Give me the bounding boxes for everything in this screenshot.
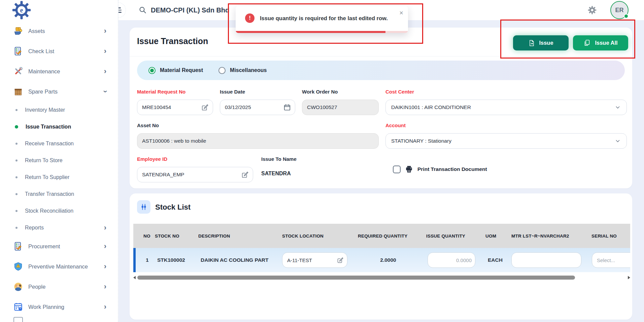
account-select[interactable]: STATIONARY : Stationary <box>385 133 627 149</box>
col-serial-no: SERIAL NO <box>591 224 617 248</box>
sidebar-item-label: Transfer Transaction <box>25 191 106 197</box>
app-root: e Assets › Check List › <box>0 0 644 322</box>
bullet-icon <box>15 210 18 212</box>
issue-quantity-input[interactable] <box>433 257 472 263</box>
issue-date-input[interactable] <box>225 104 281 110</box>
sidebar-item-inventory-master[interactable]: Inventory Master <box>0 102 118 118</box>
sidebar-item-label: Preventive Maintenance <box>28 263 104 270</box>
print-doc-label: Print Transaction Document <box>417 166 487 172</box>
employee-id-input[interactable] <box>142 172 239 178</box>
col-issue-quantity: ISSUE QUANTITY <box>426 224 465 248</box>
toast-message: Issue quantity is required for the last … <box>260 15 388 22</box>
preventive-maintenance-icon <box>13 261 24 272</box>
user-avatar[interactable]: ER <box>610 1 629 19</box>
sidebar-item-transfer-transaction[interactable]: Transfer Transaction <box>0 186 118 203</box>
mtr-lst-field <box>511 252 581 268</box>
edit-icon[interactable] <box>201 104 209 111</box>
sidebar-partial-item-icon <box>13 317 23 322</box>
edit-icon[interactable] <box>337 257 344 263</box>
sidebar-item-preventive-maintenance[interactable]: Preventive Maintenance › <box>0 256 118 277</box>
radio-material-request[interactable]: Material Request <box>148 67 203 74</box>
sidebar-item-label: Procurement <box>28 243 104 250</box>
stock-list-title: Stock List <box>155 203 191 212</box>
page-title: Issue Transaction <box>137 36 208 46</box>
issue-all-button[interactable]: Issue All <box>573 35 628 50</box>
sidebar-item-check-list[interactable]: Check List › <box>0 41 118 61</box>
sidebar-item-assets[interactable]: Assets › <box>0 21 118 41</box>
assets-icon <box>13 26 24 36</box>
col-uom: UOM <box>485 224 496 248</box>
col-stock-location: STOCK LOCATION <box>282 224 324 248</box>
settings-gear-icon[interactable] <box>587 5 597 15</box>
print-doc-row: Print Transaction Document <box>393 165 487 174</box>
account-value: STATIONARY : Stationary <box>391 138 451 144</box>
col-description: DESCRIPTION <box>198 224 230 248</box>
issue-all-copy-icon <box>583 39 591 47</box>
sidebar-item-return-to-store[interactable]: Return To Store <box>0 152 118 169</box>
issue-to-name-label: Issue To Name <box>261 156 297 162</box>
col-no: NO <box>143 224 150 248</box>
bullet-icon <box>15 159 18 162</box>
scrollbar-thumb[interactable] <box>137 276 575 280</box>
material-request-no-input[interactable] <box>142 104 199 110</box>
sidebar-item-maintenance[interactable]: Maintenance › <box>0 61 118 81</box>
gear-logo-icon: e <box>12 1 31 20</box>
online-status-dot <box>624 14 629 19</box>
sidebar-item-label: Reports <box>25 225 104 231</box>
sidebar-item-work-planning[interactable]: Work Planning › <box>0 297 118 317</box>
radio-unselected-icon <box>218 67 226 74</box>
asset-no-input <box>142 138 374 144</box>
cost-center-select[interactable]: DAIKIN1001 : AIR CONDITIONER <box>385 100 627 115</box>
sidebar-item-label: Assets <box>28 28 104 34</box>
mtr-lst-input[interactable] <box>516 257 578 263</box>
sidebar-item-procurement[interactable]: Procurement › <box>0 236 118 256</box>
sidebar-item-label: Stock Reconciliation <box>25 208 106 214</box>
radio-label: Material Request <box>160 67 203 73</box>
active-bullet-icon <box>15 125 18 129</box>
calendar-icon[interactable] <box>283 104 291 111</box>
sidebar-item-reports[interactable]: Reports › <box>0 219 118 236</box>
sidebar-item-issue-transaction[interactable]: Issue Transaction <box>0 118 118 135</box>
sidebar-item-stock-reconciliation[interactable]: Stock Reconciliation <box>0 203 118 219</box>
procurement-icon <box>13 241 24 252</box>
asset-no-field <box>137 133 379 149</box>
error-exclamation-icon: ! <box>245 13 255 23</box>
chevron-right-icon: › <box>104 68 106 75</box>
chevron-right-icon: › <box>104 47 106 55</box>
edit-icon[interactable] <box>241 171 249 178</box>
bullet-icon <box>15 143 18 145</box>
material-request-no-label: Material Request No <box>137 89 185 95</box>
toast-close-icon[interactable]: × <box>399 9 403 16</box>
account-label: Account <box>385 122 406 128</box>
chevron-right-icon: › <box>104 263 106 270</box>
app-logo[interactable]: e <box>12 1 31 20</box>
people-icon <box>13 281 24 292</box>
radio-miscellaneous[interactable]: Miscellaneous <box>218 67 267 74</box>
search-icon[interactable] <box>139 6 147 14</box>
error-toast: ! Issue quantity is required for the las… <box>236 6 408 33</box>
print-doc-checkbox[interactable] <box>393 166 401 173</box>
spare-parts-icon <box>13 86 24 97</box>
sidebar-item-label: Issue Transaction <box>26 124 106 130</box>
stock-location-input[interactable] <box>287 257 337 263</box>
sidebar-item-label: Check List <box>28 48 104 55</box>
work-order-no-label: Work Order No <box>302 89 338 95</box>
stock-table-row[interactable]: 1 STK100002 DAIKIN AC COOLING PART 2.000… <box>133 248 630 272</box>
serial-no-field <box>592 252 630 268</box>
sidebar-item-spare-parts[interactable]: Spare Parts › <box>0 81 118 102</box>
work-order-no-field <box>302 100 379 115</box>
scroll-right-arrow-icon[interactable] <box>628 276 630 279</box>
issue-button[interactable]: Issue <box>513 35 569 50</box>
sidebar-item-label: Maintenance <box>28 68 104 75</box>
col-mtr-lst: MTR LST~R~NVARCHAR2 <box>511 224 569 248</box>
chevron-right-icon: › <box>104 27 106 35</box>
sidebar-item-label: Work Planning <box>28 304 104 310</box>
scroll-left-arrow-icon[interactable] <box>133 276 136 279</box>
sidebar-item-people[interactable]: People › <box>0 277 118 297</box>
cell-stock-no: STK100002 <box>157 248 185 272</box>
col-required-quantity: REQUIRED QUANTITY <box>358 224 407 248</box>
company-name: DEMO-CPI (KL) Sdn Bhd <box>151 0 229 20</box>
sidebar-item-receive-transaction[interactable]: Receive Transaction <box>0 135 118 152</box>
serial-no-select-input[interactable] <box>597 257 630 263</box>
sidebar-item-return-to-supplier[interactable]: Return To Supplier <box>0 169 118 186</box>
